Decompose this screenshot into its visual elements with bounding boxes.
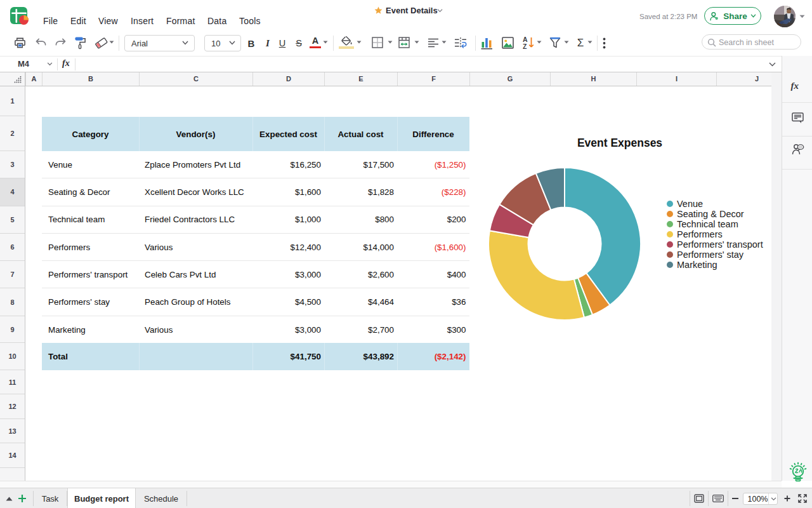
svg-text:Z: Z <box>523 43 527 50</box>
